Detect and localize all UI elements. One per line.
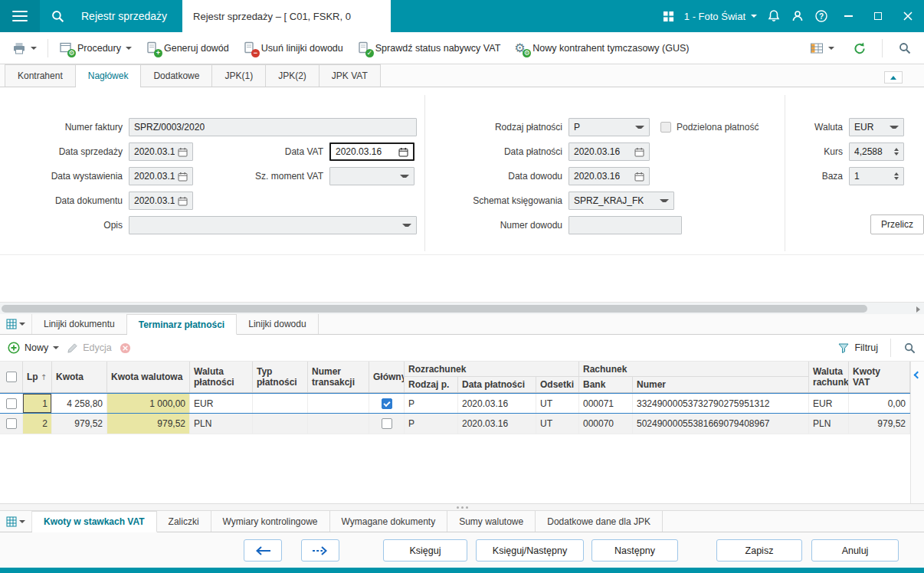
column-header-typ-platnosci[interactable]: Typpłatności — [253, 362, 308, 392]
cell-kwota-walutowa[interactable]: 1 000,00 — [107, 394, 190, 413]
cell-data-platnosci[interactable]: 2020.03.16 — [458, 414, 536, 434]
scrollbar-right-arrow[interactable] — [916, 306, 920, 313]
search-records-button[interactable] — [892, 38, 918, 59]
cell-waluta-rachunku[interactable]: EUR — [809, 394, 849, 413]
spinner-arrows-icon[interactable] — [891, 172, 899, 180]
opis-select[interactable] — [129, 216, 417, 234]
tab-kwoty-w-stawkach-vat[interactable]: Kwoty w stawkach VAT — [32, 511, 157, 532]
calendar-icon[interactable] — [175, 147, 188, 157]
cell-numer-transakcji[interactable] — [308, 394, 369, 413]
cell-typ-platnosci[interactable] — [253, 414, 308, 434]
cell-odsetki[interactable]: UT — [536, 394, 579, 413]
column-header-kwota[interactable]: Kwota — [52, 362, 107, 392]
rodzaj-platnosci-select[interactable]: P — [568, 118, 650, 136]
column-header-data-platnosci[interactable]: Data płatności — [458, 377, 536, 392]
data-sprzedazy-input[interactable]: 2020.03.16 — [129, 142, 193, 161]
select-all-checkbox[interactable] — [0, 362, 23, 392]
maximize-button[interactable] — [868, 6, 888, 26]
previous-record-button[interactable] — [244, 539, 282, 562]
column-header-rodzaj-p[interactable]: Rodzaj p. — [405, 377, 458, 392]
cell-rodzaj-p[interactable]: P — [405, 414, 458, 434]
numer-dowodu-input[interactable] — [568, 216, 682, 234]
cell-glowny[interactable] — [369, 394, 405, 413]
cell-glowny[interactable] — [369, 414, 405, 434]
table-row[interactable]: 1 4 258,80 1 000,00 EUR P 2020.03.16 UT … — [0, 393, 910, 414]
kurs-spinner[interactable]: 4,2588 — [849, 142, 904, 161]
checkbox[interactable] — [382, 418, 392, 429]
help-button[interactable]: ? — [814, 9, 828, 23]
cell-waluta-platnosci[interactable]: EUR — [190, 394, 253, 413]
anuluj-button[interactable]: Anuluj — [811, 539, 899, 562]
cell-numer[interactable]: 50249000055381669079408967 — [633, 414, 809, 434]
cell-kwoty-vat[interactable]: 0,00 — [849, 394, 910, 413]
column-header-lp[interactable]: Lp↑ — [23, 362, 52, 392]
calendar-icon[interactable] — [175, 196, 188, 206]
tab-dodatkowe-dane-dla-jpk[interactable]: Dodatkowe dane dla JPK — [536, 511, 663, 532]
tab-sumy-walutowe[interactable]: Sumy walutowe — [447, 511, 536, 532]
numer-faktury-input[interactable]: SPRZ/0003/2020 — [129, 118, 417, 136]
tab-linijki-dokumentu[interactable]: Linijki dokumentu — [32, 314, 127, 334]
main-menu-button[interactable] — [0, 0, 40, 32]
cell-kwoty-vat[interactable]: 979,52 — [849, 414, 910, 434]
grid-search-button[interactable] — [903, 342, 916, 355]
cell-numer-transakcji[interactable] — [308, 414, 369, 434]
row-checkbox[interactable] — [0, 394, 23, 413]
zapisz-button[interactable]: Zapisz — [716, 539, 802, 562]
column-header-glowny[interactable]: Główny — [369, 362, 405, 392]
cell-odsetki[interactable]: UT — [536, 414, 579, 434]
user-button[interactable] — [791, 9, 804, 23]
calendar-icon[interactable] — [175, 172, 188, 182]
column-header-kwota-walutowa[interactable]: Kwota walutowa — [107, 362, 190, 392]
column-header-waluta-platnosci[interactable]: Walutapłatności — [190, 362, 253, 392]
cell-kwota[interactable]: 4 258,80 — [52, 394, 107, 413]
cell-rodzaj-p[interactable]: P — [405, 394, 458, 413]
data-dowodu-input[interactable]: 2020.03.16 — [568, 167, 650, 185]
company-selector[interactable]: 1 - Foto Świat — [684, 11, 757, 22]
scrollbar-thumb[interactable] — [2, 305, 867, 313]
column-group-rachunek[interactable]: Rachunek — [579, 362, 809, 377]
calendar-icon[interactable] — [631, 147, 644, 157]
grid-layout-button[interactable] — [804, 38, 840, 59]
new-gus-contractor-button[interactable]: ⚙ ⚙ Nowy kontrahent tymczasowy (GUS) — [508, 38, 695, 59]
minimize-button[interactable] — [838, 6, 858, 26]
row-checkbox[interactable] — [0, 414, 23, 434]
waluta-select[interactable]: EUR — [849, 118, 904, 136]
tab-wymiary-kontrolingowe[interactable]: Wymiary kontrolingowe — [211, 511, 330, 532]
next-record-button[interactable] — [301, 539, 339, 562]
tab-jpk1[interactable]: JPK(1) — [211, 64, 266, 87]
close-button[interactable] — [898, 6, 918, 26]
baza-spinner[interactable]: 1 — [849, 167, 904, 185]
cell-bank[interactable]: 000070 — [579, 414, 633, 434]
table-row[interactable]: 2 979,52 979,52 PLN P 2020.03.16 UT 0000… — [0, 414, 910, 434]
check-vat-status-button[interactable]: ✓ Sprawdź status nabywcy VAT — [351, 38, 507, 59]
tab-jpk-vat[interactable]: JPK VAT — [319, 64, 381, 87]
cell-lp[interactable]: 1 — [23, 394, 52, 413]
data-dokumentu-input[interactable]: 2020.03.16 — [129, 192, 193, 210]
document-tab[interactable]: Rejestr sprzedaży – [ C01, FSKR, 0 — [182, 0, 391, 32]
nastepny-button[interactable]: Następny — [591, 539, 678, 562]
tab-zaliczki[interactable]: Zaliczki — [157, 511, 211, 532]
delete-row-button[interactable] — [120, 342, 131, 354]
checkbox-checked[interactable] — [382, 398, 392, 409]
checkbox[interactable] — [6, 418, 17, 429]
cell-typ-platnosci[interactable] — [253, 394, 308, 413]
cell-waluta-platnosci[interactable]: PLN — [190, 414, 253, 434]
notifications-button[interactable] — [767, 9, 781, 23]
cell-numer[interactable]: 33249000053732790275951312 — [633, 394, 809, 413]
tab-terminarz-platnosci[interactable]: Terminarz płatności — [127, 314, 237, 335]
column-header-bank[interactable]: Bank — [579, 377, 633, 392]
spinner-arrows-icon[interactable] — [891, 148, 899, 156]
filter-button[interactable]: Filtruj — [837, 342, 878, 354]
cell-kwota[interactable]: 979,52 — [52, 414, 107, 434]
cell-data-platnosci[interactable]: 2020.03.16 — [458, 394, 536, 413]
column-group-rozrachunek[interactable]: Rozrachunek — [405, 362, 579, 377]
edit-row-button[interactable]: Edycja — [67, 342, 112, 354]
checkbox[interactable] — [6, 398, 17, 409]
ksieguj-button[interactable]: Księguj — [383, 539, 467, 562]
tab-dodatkowe[interactable]: Dodatkowe — [140, 64, 212, 87]
column-header-numer-transakcji[interactable]: Numertransakcji — [308, 362, 369, 392]
column-header-kwoty-vat[interactable]: KwotyVAT — [849, 362, 910, 392]
print-button[interactable] — [6, 38, 43, 59]
ksieguj-nastepny-button[interactable]: Księguj/Następny — [476, 539, 584, 562]
horizontal-scrollbar[interactable] — [0, 302, 924, 314]
